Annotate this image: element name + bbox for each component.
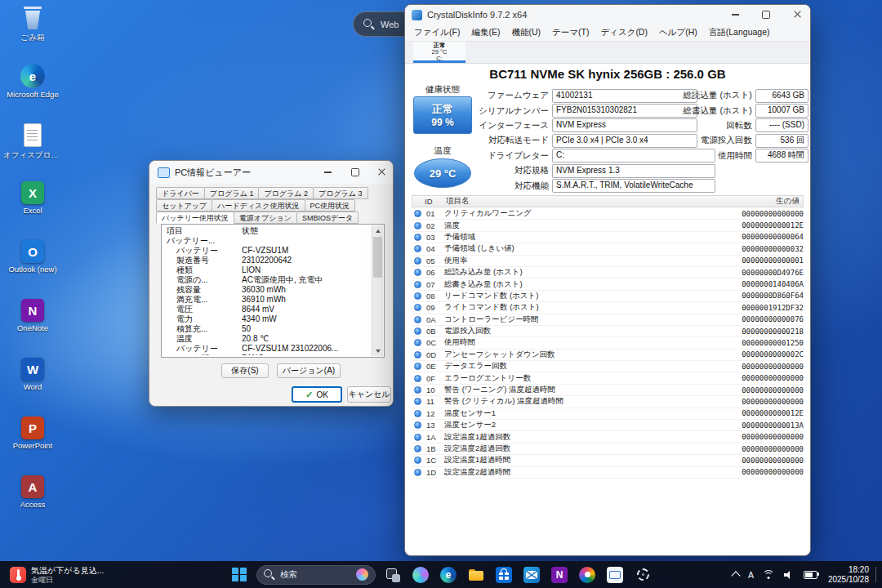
desktop-icon-outlook[interactable]: OOutlook (new) xyxy=(3,240,62,292)
pcv-tab[interactable]: ハードディスク使用状況 xyxy=(212,199,305,212)
pcv-titlebar[interactable]: PC情報ビューアー xyxy=(149,161,393,184)
pcv-tab[interactable]: プログラム 1 xyxy=(204,187,260,199)
version-button[interactable]: バージョン(A) xyxy=(277,363,341,378)
chevron-up-icon xyxy=(731,571,740,580)
pcv-item-value: CF-VZSU1M 231022006... xyxy=(242,344,372,354)
desktop-icon-onenote[interactable]: NOneNote xyxy=(3,299,62,350)
smart-id: 1D xyxy=(426,468,444,477)
cdi-close-button[interactable] xyxy=(784,5,810,24)
pcv-list-row[interactable]: 温度20.8 ℃ xyxy=(163,334,372,344)
photos-icon xyxy=(579,567,595,583)
pcv-maximize-button[interactable] xyxy=(344,161,366,184)
pcv-minimize-button[interactable] xyxy=(317,161,339,184)
cdi-menu-item[interactable]: ファイル(F) xyxy=(408,27,466,38)
cancel-button[interactable]: キャンセル xyxy=(347,386,391,403)
pcv-list-row[interactable]: バッテリーCF-VZSU1M xyxy=(163,246,372,256)
cdi-menu-item[interactable]: ヘルプ(H) xyxy=(653,27,703,38)
desktop-icon-access[interactable]: AAccess xyxy=(3,475,62,527)
pcv-list-row[interactable]: バッテリーCF-VZSU1M 231022006... xyxy=(163,344,372,354)
desktop-icon-recycle-bin[interactable]: ごみ箱 xyxy=(3,5,62,56)
pcv-scrollbar[interactable] xyxy=(372,225,383,356)
desktop-icon-edge[interactable]: eMicrosoft Edge xyxy=(3,64,62,115)
pcv-list-row[interactable]: 電源の...AC電源使用中, 充電中 xyxy=(163,275,372,285)
cdi-menu-item[interactable]: テーマ(T) xyxy=(546,27,595,38)
smart-table: 01クリティカルワーニング0000000000000002温度000000000… xyxy=(412,208,804,479)
taskbar-icon-task-view[interactable] xyxy=(382,564,403,586)
smart-id: 01 xyxy=(426,209,444,218)
tray-overflow-button[interactable] xyxy=(728,561,743,588)
cdi-menu-item[interactable]: ディスク(D) xyxy=(595,27,653,38)
pcv-item-value: 36910 mWh xyxy=(242,295,372,305)
taskbar-icon-edge[interactable] xyxy=(438,564,459,586)
pcv-tab[interactable]: セットアップ xyxy=(156,199,212,212)
start-button[interactable] xyxy=(229,564,250,586)
taskbar-icon-file-explorer[interactable] xyxy=(466,564,487,586)
show-desktop-button[interactable] xyxy=(875,567,880,583)
desktop-icon-word[interactable]: WWord xyxy=(3,358,62,409)
taskbar-icon-outlook[interactable] xyxy=(521,564,542,586)
recycle-bin-icon xyxy=(20,5,46,31)
taskbar-icon-mail[interactable] xyxy=(604,564,626,586)
triangle-down-icon xyxy=(376,350,381,353)
pcv-list-row[interactable]: 残容量36030 mWh xyxy=(163,285,372,295)
pcv-tab[interactable]: ドライバー xyxy=(156,187,205,199)
pcv-close-button[interactable] xyxy=(371,161,393,184)
cdi-minimize-button[interactable] xyxy=(722,5,748,24)
pcv-list-row[interactable]: 種類LION xyxy=(163,265,372,275)
taskbar-icon-settings[interactable] xyxy=(632,564,653,586)
pcv-tab[interactable]: バッテリー使用状況 xyxy=(156,212,234,224)
pcv-item-value: 36030 mWh xyxy=(242,285,372,295)
pc-info-viewer-window: PC情報ビューアー ドライバープログラム 1プログラム 2プログラム 3セットア… xyxy=(149,160,394,407)
disk-tab-c[interactable]: 正常 29 °C C: xyxy=(413,42,466,63)
save-button[interactable]: 保存(S) xyxy=(221,363,269,378)
cdi-disk-strip: 正常 29 °C C: xyxy=(405,42,810,64)
taskbar-icon-onenote[interactable] xyxy=(549,564,570,586)
health-dot-icon xyxy=(414,421,421,429)
pcv-tab[interactable]: プログラム 2 xyxy=(258,187,314,199)
pcv-tab[interactable]: PC使用状況 xyxy=(305,199,356,212)
battery-status-list: 項目状態バッテリー...バッテリーCF-VZSU1M製造番号2310220064… xyxy=(163,226,372,355)
battery-button[interactable] xyxy=(800,561,822,588)
taskbar-search-box[interactable]: 検索 xyxy=(256,565,376,585)
taskbar-icon-copilot[interactable] xyxy=(410,564,431,586)
pcv-list-row[interactable]: 電圧8644 mV xyxy=(163,305,372,314)
taskbar-weather-widget[interactable]: 気温が下がる見込... 金曜日 xyxy=(5,561,109,588)
scroll-down-button[interactable] xyxy=(372,345,383,356)
desktop-icon-document[interactable]: オフィスプロダクトキー xyxy=(3,122,62,174)
smart-header-raw: 生の値 xyxy=(685,196,803,207)
smart-id: 0B xyxy=(426,327,444,336)
system-tray: A 18:20 2025/10/28 xyxy=(728,561,882,588)
volume-button[interactable] xyxy=(780,561,799,588)
cdi-menu-item[interactable]: 編集(E) xyxy=(466,27,506,38)
ok-button[interactable]: OK xyxy=(292,386,342,403)
taskbar-icon-photos[interactable] xyxy=(577,564,598,586)
network-button[interactable] xyxy=(759,561,779,588)
pcv-list-row[interactable]: 積算充...50 xyxy=(163,324,372,334)
pcv-list-row[interactable]: 満充電...36910 mWh xyxy=(163,295,372,305)
pcv-tab[interactable]: 電源オプション xyxy=(234,212,297,224)
desktop-icon-powerpoint[interactable]: PPowerPoint xyxy=(3,416,62,468)
cdi-maximize-button[interactable] xyxy=(753,5,779,24)
cdi-menu-item[interactable]: 言語(Language) xyxy=(703,27,776,38)
cdi-info-row: 総読込量 (ホスト)6643 GB xyxy=(679,88,808,103)
pcv-list-row[interactable]: ロット記..PANG xyxy=(163,354,372,355)
scroll-up-button[interactable] xyxy=(372,225,383,236)
pcv-tab[interactable]: SMBIOSデータ xyxy=(296,212,359,224)
pcv-list-row[interactable]: バッテリー... xyxy=(163,236,372,246)
ime-indicator[interactable]: A xyxy=(744,561,758,588)
onenote-icon: N xyxy=(21,299,44,322)
taskbar-icon-store[interactable] xyxy=(493,564,514,586)
cdi-titlebar[interactable]: CrystalDiskInfo 9.7.2 x64 xyxy=(405,5,810,24)
pcv-list-row[interactable]: 製造番号23102200642 xyxy=(163,256,372,265)
smart-raw-value: 0000001912DF32 xyxy=(685,304,804,312)
pcv-list-row[interactable]: 電力4340 mW xyxy=(163,314,372,324)
desktop-icon-label: ごみ箱 xyxy=(21,33,45,42)
cdi-menu-item[interactable]: 機能(U) xyxy=(506,27,546,38)
desktop-icon-excel[interactable]: XExcel xyxy=(3,181,62,233)
pcv-tab[interactable]: プログラム 3 xyxy=(313,187,368,199)
smart-attribute-name: 予備領域 (しきい値) xyxy=(444,243,685,254)
scrollbar-thumb[interactable] xyxy=(373,237,382,278)
smart-raw-value: 0000000000012E xyxy=(685,409,804,417)
taskbar-clock[interactable]: 18:20 2025/10/28 xyxy=(822,565,875,584)
settings-icon xyxy=(637,568,649,581)
